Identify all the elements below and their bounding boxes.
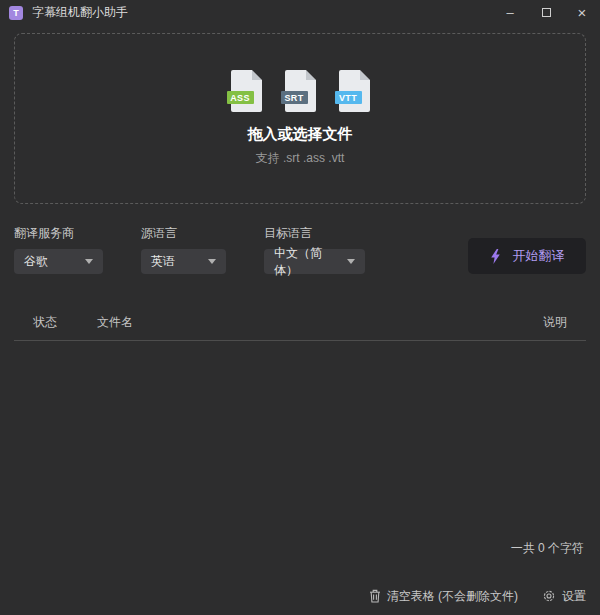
- target-language-field: 目标语言 中文（简体）: [264, 225, 365, 274]
- srt-file-icon: SRT: [285, 70, 316, 112]
- chevron-down-icon: [85, 259, 93, 264]
- app-icon-letter: T: [13, 8, 19, 18]
- dropzone-supported-formats: 支持 .srt .ass .vtt: [256, 150, 345, 167]
- close-icon: ×: [578, 4, 587, 21]
- page-fold-cut: [360, 70, 370, 80]
- maximize-icon: [542, 8, 551, 17]
- chevron-down-icon: [347, 259, 355, 264]
- column-filename: 文件名: [97, 314, 543, 331]
- gear-icon: [542, 589, 556, 603]
- lightning-icon: [490, 249, 501, 264]
- column-note: 说明: [543, 314, 567, 331]
- translation-controls: 翻译服务商 谷歌 源语言 英语 目标语言 中文（简体）: [14, 225, 586, 274]
- page-fold-cut: [252, 70, 262, 80]
- page-fold-cut: [306, 70, 316, 80]
- minimize-button[interactable]: –: [492, 0, 528, 25]
- source-language-field: 源语言 英语: [141, 225, 226, 274]
- provider-select[interactable]: 谷歌: [14, 249, 103, 274]
- target-language-label: 目标语言: [264, 225, 365, 242]
- provider-label: 翻译服务商: [14, 225, 103, 242]
- bottom-bar: 清空表格 (不会删除文件) 设置: [14, 585, 586, 607]
- srt-badge: SRT: [281, 91, 308, 104]
- close-button[interactable]: ×: [564, 0, 600, 25]
- window-title: 字幕组机翻小助手: [32, 4, 128, 21]
- clear-table-label: 清空表格 (不会删除文件): [387, 588, 518, 605]
- trash-icon: [369, 589, 381, 603]
- main-content: ASS SRT VTT 拖入或选择文件 支持 .srt .ass .vtt 翻译…: [0, 25, 600, 615]
- file-drop-zone[interactable]: ASS SRT VTT 拖入或选择文件 支持 .srt .ass .vtt: [14, 33, 586, 204]
- file-type-icons: ASS SRT VTT: [231, 70, 370, 112]
- provider-field: 翻译服务商 谷歌: [14, 225, 103, 274]
- target-language-select[interactable]: 中文（简体）: [264, 249, 365, 274]
- settings-button[interactable]: 设置: [542, 588, 586, 605]
- app-icon: T: [9, 6, 23, 20]
- dropzone-title: 拖入或选择文件: [248, 125, 353, 144]
- title-bar: T 字幕组机翻小助手 – ×: [0, 0, 600, 25]
- clear-table-button[interactable]: 清空表格 (不会删除文件): [369, 588, 518, 605]
- character-count: 一共 0 个字符: [14, 540, 586, 557]
- app-window: T 字幕组机翻小助手 – × ASS: [0, 0, 600, 615]
- file-table-body: [14, 341, 586, 540]
- ass-file-icon: ASS: [231, 70, 262, 112]
- settings-label: 设置: [562, 588, 586, 605]
- maximize-button[interactable]: [528, 0, 564, 25]
- vtt-badge: VTT: [335, 91, 362, 104]
- source-language-label: 源语言: [141, 225, 226, 242]
- chevron-down-icon: [208, 259, 216, 264]
- source-language-value: 英语: [151, 253, 175, 270]
- source-language-select[interactable]: 英语: [141, 249, 226, 274]
- vtt-file-icon: VTT: [339, 70, 370, 112]
- start-translation-button[interactable]: 开始翻译: [468, 238, 586, 274]
- target-language-value: 中文（简体）: [274, 245, 335, 279]
- window-controls: – ×: [492, 0, 600, 25]
- column-status: 状态: [33, 314, 97, 331]
- start-translation-label: 开始翻译: [513, 247, 565, 265]
- provider-value: 谷歌: [24, 253, 48, 270]
- file-table-header: 状态 文件名 说明: [14, 314, 586, 341]
- ass-badge: ASS: [227, 91, 254, 104]
- minimize-icon: –: [506, 5, 513, 20]
